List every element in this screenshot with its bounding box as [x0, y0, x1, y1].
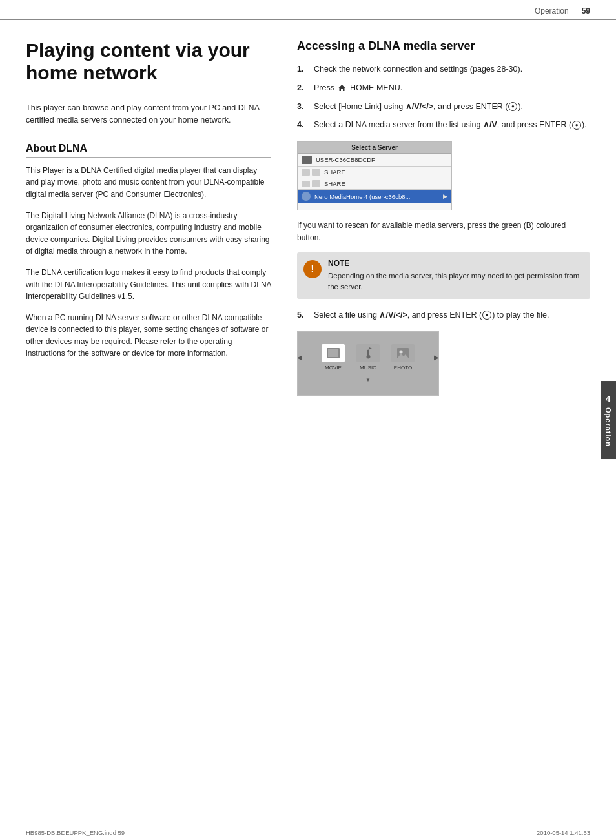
- content-area: Playing content via your home network Th…: [0, 20, 616, 409]
- step-5-list: 5. Select a file using ∧/V/</>, and pres…: [297, 309, 590, 322]
- sidebar-tab-number: 4: [606, 394, 611, 404]
- footer-left: HB985-DB.BDEUPPK_ENG.indd 59: [26, 829, 125, 836]
- right-column: Accessing a DLNA media server 1. Check t…: [297, 39, 590, 396]
- page-container: Operation 59 Playing content via your ho…: [0, 0, 616, 840]
- dlna-para-1: This Player is a DLNA Certified digital …: [26, 165, 271, 201]
- note-icon: !: [303, 260, 322, 278]
- folder-icon-3b: [312, 180, 320, 187]
- screenshot-row-4-label: Nero MediaHome 4 (user-c36cb8...: [314, 193, 410, 200]
- rescan-text: If you want to rescan for available medi…: [297, 220, 590, 243]
- step-3: 3. Select [Home Link] using ∧/V/</>, and…: [297, 101, 590, 113]
- photo-icon: [391, 344, 415, 362]
- step-1-number: 1.: [297, 63, 309, 76]
- media-icon-4: [302, 192, 311, 201]
- computer-icon: [302, 156, 312, 164]
- screenshot-row-2-label: SHARE: [324, 169, 345, 176]
- screenshot-server-select: Select a Server USER-C36CB8DCDF SHARE: [297, 141, 452, 210]
- screenshot-spacer: [298, 203, 451, 210]
- right-heading: Accessing a DLNA media server: [297, 39, 590, 53]
- intro-text: This player can browse and play content …: [26, 102, 271, 127]
- enter-symbol-3: ●: [508, 102, 517, 111]
- svg-rect-2: [328, 349, 338, 357]
- dlna-para-2: The Digital Living Network Alliance (DLN…: [26, 210, 271, 258]
- arrow-indicator: ▶: [443, 193, 447, 200]
- step-5-text: Select a file using ∧/V/</>, and press E…: [314, 309, 590, 322]
- dlna-para-3: The DLNA certification logo makes it eas…: [26, 267, 271, 303]
- svg-marker-0: [338, 85, 345, 91]
- svg-point-4: [400, 351, 403, 354]
- screenshot-row-4: Nero MediaHome 4 (user-c36cb8... ▶: [298, 190, 451, 203]
- header-bar: Operation 59: [0, 0, 616, 20]
- step-2: 2. Press HOME MENU.: [297, 82, 590, 94]
- home-icon: [338, 83, 346, 91]
- music-label: MUSIC: [360, 365, 376, 371]
- movie-icon-item: MOVIE: [322, 344, 345, 371]
- header-section-label: Operation: [535, 6, 569, 15]
- about-dlna-heading: About DLNA: [26, 143, 271, 158]
- left-column: Playing content via your home network Th…: [26, 39, 271, 396]
- step-5-number: 5.: [297, 309, 309, 322]
- screenshot-media-types: ◀ MOVIE: [297, 331, 439, 396]
- screenshot-row-2: SHARE: [298, 167, 451, 178]
- dlna-para-4: When a PC running DLNA server software o…: [26, 312, 271, 360]
- media-icons-row: MOVIE MUSIC: [322, 344, 415, 371]
- note-label: NOTE: [328, 259, 581, 268]
- step-4: 4. Select a DLNA media server from the l…: [297, 119, 590, 131]
- screenshot-row-3: SHARE: [298, 178, 451, 190]
- screenshot-row-3-label: SHARE: [324, 180, 345, 187]
- nav-arrow-down: ▼: [365, 377, 371, 383]
- music-icon-item: MUSIC: [356, 344, 380, 371]
- enter-symbol-5: ●: [482, 311, 491, 320]
- footer-bar: HB985-DB.BDEUPPK_ENG.indd 59 2010-05-14 …: [0, 825, 616, 840]
- note-content: NOTE Depending on the media server, this…: [328, 259, 581, 292]
- main-title: Playing content via your home network: [26, 39, 271, 84]
- photo-label: PHOTO: [394, 365, 412, 371]
- steps-list: 1. Check the network connection and sett…: [297, 63, 590, 131]
- step-3-text: Select [Home Link] using ∧/V/</>, and pr…: [314, 101, 590, 113]
- step-4-text: Select a DLNA media server from the list…: [314, 119, 590, 131]
- movie-label: MOVIE: [325, 365, 342, 371]
- footer-right: 2010-05-14 1:41:53: [537, 829, 590, 836]
- step-2-text: Press HOME MENU.: [314, 82, 590, 94]
- note-box: ! NOTE Depending on the media server, th…: [297, 252, 590, 298]
- screenshot-row-1: USER-C36CB8DCDF: [298, 154, 451, 167]
- folder-icon-3: [302, 181, 310, 187]
- folder-icon-2b: [312, 169, 320, 176]
- step-5: 5. Select a file using ∧/V/</>, and pres…: [297, 309, 590, 322]
- sidebar-tab-label: Operation: [604, 407, 612, 447]
- step-4-number: 4.: [297, 119, 309, 131]
- music-icon: [356, 344, 380, 362]
- step-2-number: 2.: [297, 82, 309, 94]
- header-page-number: 59: [582, 6, 590, 15]
- note-text: Depending on the media server, this play…: [328, 271, 581, 292]
- folder-icon-2: [302, 169, 310, 176]
- photo-icon-item: PHOTO: [391, 344, 415, 371]
- step-1: 1. Check the network connection and sett…: [297, 63, 590, 76]
- screenshot-title: Select a Server: [298, 142, 451, 154]
- sidebar-tab: 4 Operation: [601, 381, 616, 460]
- screenshot-row-1-label: USER-C36CB8DCDF: [316, 156, 375, 163]
- step-3-number: 3.: [297, 101, 309, 113]
- step-1-text: Check the network connection and setting…: [314, 63, 590, 76]
- movie-icon: [322, 344, 345, 362]
- enter-symbol-4: ●: [572, 121, 581, 130]
